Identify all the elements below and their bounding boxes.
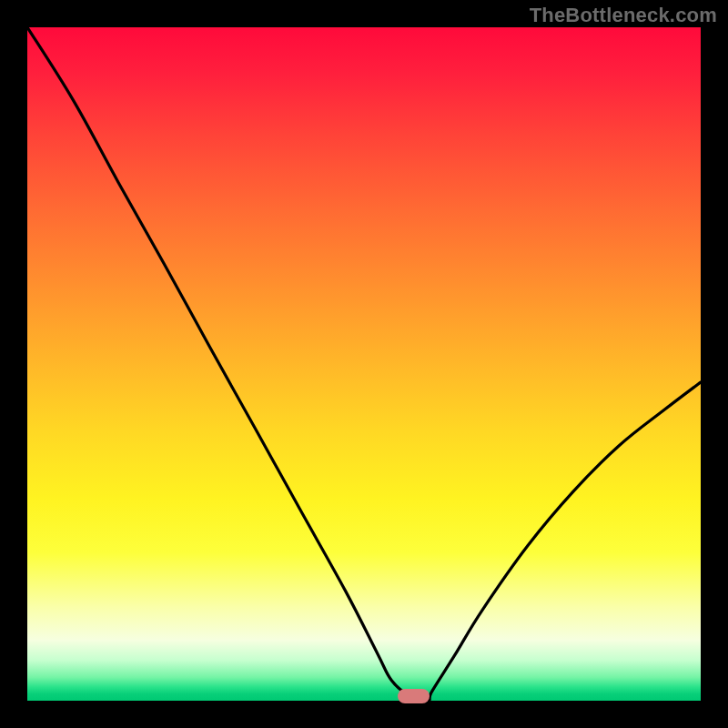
attribution-label: TheBottleneck.com bbox=[530, 4, 717, 27]
curve-path bbox=[27, 27, 701, 701]
optimum-marker bbox=[398, 689, 430, 703]
plot-area bbox=[27, 27, 701, 701]
chart-frame: TheBottleneck.com bbox=[0, 0, 728, 728]
bottleneck-curve bbox=[27, 27, 701, 701]
